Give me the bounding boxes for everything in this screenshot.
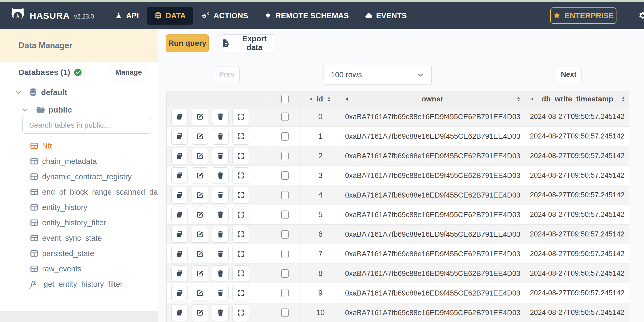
collapse-column-icon[interactable]: [308, 96, 314, 102]
row-checkbox[interactable]: [281, 269, 289, 278]
edit-row-button[interactable]: [192, 285, 208, 301]
delete-row-button[interactable]: [212, 265, 229, 282]
collapse-column-icon[interactable]: [529, 96, 535, 102]
row-checkbox[interactable]: [281, 171, 289, 180]
rows-per-page-select[interactable]: 100 rows: [324, 65, 432, 85]
expand-row-button[interactable]: [232, 285, 249, 301]
chevron-down-icon[interactable]: [21, 106, 28, 113]
edit-row-button[interactable]: [192, 167, 208, 184]
sort-icon[interactable]: [620, 96, 627, 103]
chevron-down-icon[interactable]: [15, 89, 22, 96]
export-data-button[interactable]: Export data: [221, 34, 275, 52]
row-checkbox[interactable]: [281, 308, 289, 317]
column-header-id[interactable]: id: [301, 91, 340, 107]
tab-actions[interactable]: ACTIONS: [193, 2, 256, 29]
row-checkbox[interactable]: [281, 132, 289, 141]
delete-row-button[interactable]: [212, 167, 229, 184]
edit-row-button[interactable]: [192, 226, 208, 243]
row-checkbox[interactable]: [281, 230, 289, 239]
delete-row-button[interactable]: [212, 187, 229, 203]
row-checkbox[interactable]: [281, 191, 289, 199]
tab-events[interactable]: EVENTS: [357, 2, 415, 29]
expand-row-button[interactable]: [232, 128, 249, 145]
column-header-owner[interactable]: owner: [340, 91, 526, 107]
sort-icon[interactable]: [325, 96, 333, 103]
tab-data[interactable]: DATA: [147, 7, 193, 25]
sidebar-table-item[interactable]: ƒx end_of_block_range_scanned_data: [0, 184, 158, 200]
row-checkbox[interactable]: [281, 211, 289, 219]
trash-icon: [216, 171, 225, 180]
edit-row-button[interactable]: [192, 305, 208, 321]
column-header-db-write-timestamp[interactable]: db_write_timestamp: [526, 91, 629, 107]
column-label-db-write-timestamp: db_write_timestamp: [542, 95, 613, 103]
sidebar-table-item[interactable]: ƒx event_sync_state: [0, 230, 158, 246]
tree-item-public[interactable]: public: [21, 102, 72, 117]
expand-row-button[interactable]: [232, 226, 249, 243]
cell-db-write-timestamp: 2024-08-27T09:50:57.245142: [526, 205, 629, 225]
delete-row-button[interactable]: [212, 109, 229, 125]
manage-button[interactable]: Manage: [111, 65, 146, 80]
expand-row-button[interactable]: [232, 207, 249, 223]
edit-row-button[interactable]: [192, 246, 208, 262]
settings-gear-icon[interactable]: [638, 11, 644, 21]
clone-row-button[interactable]: [171, 167, 188, 184]
sidebar-table-item[interactable]: ƒx persisted_state: [0, 246, 158, 261]
expand-row-button[interactable]: [232, 148, 249, 164]
clone-row-button[interactable]: [171, 109, 188, 125]
sidebar-table-item[interactable]: ƒx raw_events: [0, 261, 158, 276]
select-all-checkbox[interactable]: [281, 95, 289, 103]
next-page-button[interactable]: Next: [556, 66, 582, 83]
collapse-column-icon[interactable]: [344, 96, 350, 102]
edit-row-button[interactable]: [192, 148, 208, 164]
table-row: 5 0xaBA7161A7fb69c88e16ED9f455CE62B791EE…: [166, 205, 629, 225]
clone-row-button[interactable]: [171, 246, 188, 262]
clone-row-button[interactable]: [171, 305, 188, 321]
sidebar-table-item[interactable]: ƒx dynamic_contract_registry: [0, 169, 158, 184]
expand-row-button[interactable]: [232, 109, 249, 125]
clone-row-button[interactable]: [171, 128, 188, 145]
expand-row-button[interactable]: [232, 265, 249, 282]
expand-row-button[interactable]: [232, 305, 249, 321]
row-checkbox[interactable]: [281, 289, 289, 297]
prev-page-button[interactable]: Prev: [214, 66, 240, 83]
expand-row-button[interactable]: [232, 187, 249, 203]
trash-icon: [216, 132, 225, 140]
expand-row-button[interactable]: [232, 246, 249, 262]
row-checkbox[interactable]: [281, 152, 289, 160]
clone-row-button[interactable]: [171, 148, 188, 164]
cell-db-write-timestamp: 2024-08-27T09:50:57.245142: [526, 244, 629, 264]
delete-row-button[interactable]: [212, 226, 229, 243]
sort-icon[interactable]: [515, 96, 522, 103]
sidebar-table-item[interactable]: ƒx entity_history_filter: [0, 215, 158, 230]
clone-row-button[interactable]: [171, 265, 188, 282]
run-query-button[interactable]: Run query: [166, 34, 209, 52]
edit-row-button[interactable]: [192, 187, 208, 203]
sidebar: Data Manager Databases (1) Manage defaul…: [0, 29, 158, 322]
clone-row-button[interactable]: [171, 226, 188, 243]
row-checkbox[interactable]: [281, 250, 289, 258]
sidebar-table-item[interactable]: ƒx chain_metadata: [0, 154, 158, 169]
edit-row-button[interactable]: [192, 265, 208, 282]
clone-row-button[interactable]: [171, 285, 188, 301]
search-tables-input[interactable]: [22, 117, 151, 134]
tree-item-default[interactable]: default: [15, 85, 67, 100]
tab-remote-schemas[interactable]: REMOTE SCHEMAS: [256, 2, 357, 29]
tab-api[interactable]: API: [107, 2, 147, 29]
edit-row-button[interactable]: [192, 109, 208, 125]
clone-row-button[interactable]: [171, 187, 188, 203]
delete-row-button[interactable]: [212, 207, 229, 223]
edit-row-button[interactable]: [192, 207, 208, 223]
sidebar-table-item[interactable]: ƒx get_entity_history_filter: [0, 276, 158, 292]
delete-row-button[interactable]: [212, 285, 229, 301]
delete-row-button[interactable]: [212, 305, 229, 321]
clone-row-button[interactable]: [171, 207, 188, 223]
delete-row-button[interactable]: [212, 148, 229, 164]
row-checkbox[interactable]: [281, 113, 289, 121]
delete-row-button[interactable]: [212, 246, 229, 262]
sidebar-table-item[interactable]: ƒx Nft: [0, 138, 158, 154]
edit-row-button[interactable]: [192, 128, 208, 145]
enterprise-button[interactable]: ENTERPRISE: [550, 7, 616, 24]
delete-row-button[interactable]: [212, 128, 229, 145]
expand-row-button[interactable]: [232, 167, 249, 184]
sidebar-table-item[interactable]: ƒx entity_history: [0, 200, 158, 215]
